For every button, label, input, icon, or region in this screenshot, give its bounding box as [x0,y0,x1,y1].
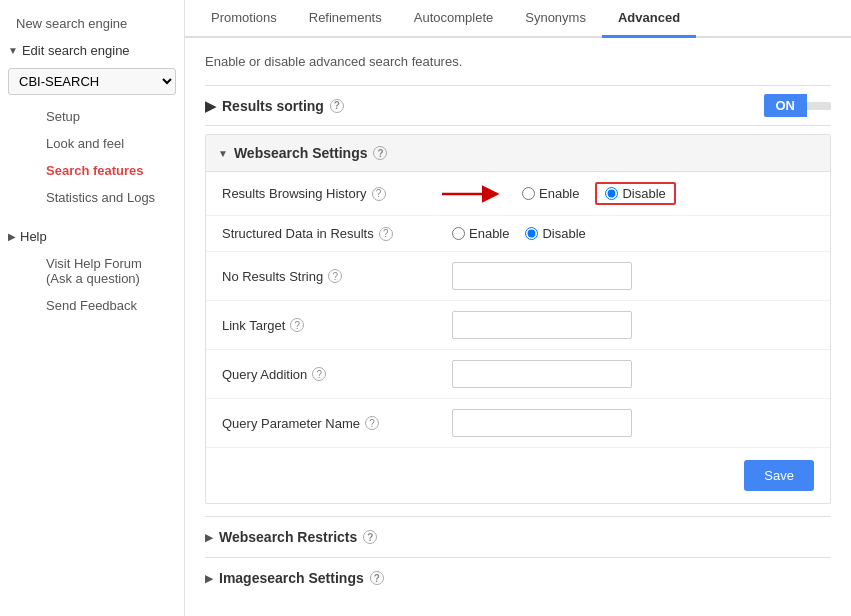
radio-input-disable-rbh[interactable] [605,187,618,200]
imagesearch-settings-section[interactable]: ▶ Imagesearch Settings ? [205,557,831,598]
radio-input-enable-sd[interactable] [452,227,465,240]
radio-enable-results-browsing-history[interactable]: Enable [522,186,579,201]
sidebar-edit-search-engine-label: ▼ Edit search engine [0,37,184,64]
results-sorting-toggle[interactable]: ON [764,94,832,117]
toggle-on-label[interactable]: ON [764,94,808,117]
sidebar-item-setup[interactable]: Setup [30,103,184,130]
query-addition-help-icon[interactable]: ? [312,367,326,381]
sidebar-item-statistics-and-logs[interactable]: Statistics and Logs [30,184,184,211]
websearch-settings-arrow: ▼ [218,148,228,159]
form-row-no-results-string: No Results String ? [206,252,830,301]
link-target-help-icon[interactable]: ? [290,318,304,332]
content-area: Enable or disable advanced search featur… [185,38,851,616]
radio-enable-structured-data[interactable]: Enable [452,226,509,241]
form-control-link-target [452,311,814,339]
form-row-structured-data: Structured Data in Results ? Enable Disa… [206,216,830,252]
websearch-settings-help-icon[interactable]: ? [373,146,387,160]
query-parameter-name-input[interactable] [452,409,632,437]
form-control-results-browsing-history: Enable Disable [522,182,814,205]
form-control-query-parameter-name [452,409,814,437]
sidebar-item-send-feedback[interactable]: Send Feedback [30,292,184,319]
sidebar-sub-items: Setup Look and feel Search features Stat… [0,103,184,211]
sidebar-item-new-search-engine[interactable]: New search engine [0,10,184,37]
tab-bar: Promotions Refinements Autocomplete Syno… [185,0,851,38]
form-control-query-addition [452,360,814,388]
tab-autocomplete[interactable]: Autocomplete [398,0,510,38]
tab-promotions[interactable]: Promotions [195,0,293,38]
results-sorting-label: ▶ Results sorting ? [205,98,764,114]
websearch-restricts-help-icon[interactable]: ? [363,530,377,544]
results-sorting-row: ▶ Results sorting ? ON [205,85,831,126]
tab-refinements[interactable]: Refinements [293,0,398,38]
websearch-restricts-section[interactable]: ▶ Websearch Restricts ? [205,516,831,557]
sidebar-item-look-and-feel[interactable]: Look and feel [30,130,184,157]
imagesearch-settings-arrow: ▶ [205,573,213,584]
tab-advanced[interactable]: Advanced [602,0,696,38]
form-control-structured-data: Enable Disable [452,226,814,241]
form-label-query-parameter-name: Query Parameter Name ? [222,416,452,431]
form-label-no-results-string: No Results String ? [222,269,452,284]
websearch-settings-header[interactable]: ▼ Websearch Settings ? [206,135,830,172]
toggle-off-label[interactable] [807,102,831,110]
form-label-structured-data: Structured Data in Results ? [222,226,452,241]
websearch-settings-section: ▼ Websearch Settings ? Results Browsing … [205,134,831,504]
no-results-string-input[interactable] [452,262,632,290]
main-panel: Promotions Refinements Autocomplete Syno… [185,0,851,616]
form-control-no-results-string [452,262,814,290]
imagesearch-settings-help-icon[interactable]: ? [370,571,384,585]
form-label-link-target: Link Target ? [222,318,452,333]
annotation-arrow-rbh [442,182,512,206]
help-arrow: ▶ [8,231,16,242]
radio-group-structured-data: Enable Disable [452,226,586,241]
edit-search-engine-arrow: ▼ [8,45,18,56]
save-row: Save [206,448,830,503]
tab-synonyms[interactable]: Synonyms [509,0,602,38]
sidebar-help-label[interactable]: ▶ Help [0,223,184,250]
radio-disable-structured-data[interactable]: Disable [525,226,585,241]
form-row-link-target: Link Target ? [206,301,830,350]
content-subtitle: Enable or disable advanced search featur… [205,54,831,69]
engine-selector[interactable]: CBI-SEARCH [8,68,176,95]
sidebar-item-search-features[interactable]: Search features [30,157,184,184]
sidebar-help-links: Visit Help Forum(Ask a question) Send Fe… [0,250,184,319]
form-row-query-parameter-name: Query Parameter Name ? [206,399,830,448]
save-button[interactable]: Save [744,460,814,491]
form-row-query-addition: Query Addition ? [206,350,830,399]
radio-disable-results-browsing-history[interactable]: Disable [595,182,675,205]
radio-group-results-browsing-history: Enable Disable [522,182,676,205]
sidebar: New search engine ▼ Edit search engine C… [0,0,185,616]
radio-input-disable-sd[interactable] [525,227,538,240]
query-addition-input[interactable] [452,360,632,388]
results-browsing-history-help-icon[interactable]: ? [372,187,386,201]
structured-data-help-icon[interactable]: ? [379,227,393,241]
form-label-results-browsing-history: Results Browsing History ? [222,186,452,201]
results-sorting-help-icon[interactable]: ? [330,99,344,113]
results-sorting-arrow[interactable]: ▶ [205,98,216,114]
websearch-restricts-arrow: ▶ [205,532,213,543]
sidebar-item-visit-help-forum[interactable]: Visit Help Forum(Ask a question) [30,250,184,292]
form-label-query-addition: Query Addition ? [222,367,452,382]
radio-input-enable-rbh[interactable] [522,187,535,200]
link-target-input[interactable] [452,311,632,339]
query-parameter-name-help-icon[interactable]: ? [365,416,379,430]
form-row-results-browsing-history: Results Browsing History ? [206,172,830,216]
no-results-string-help-icon[interactable]: ? [328,269,342,283]
